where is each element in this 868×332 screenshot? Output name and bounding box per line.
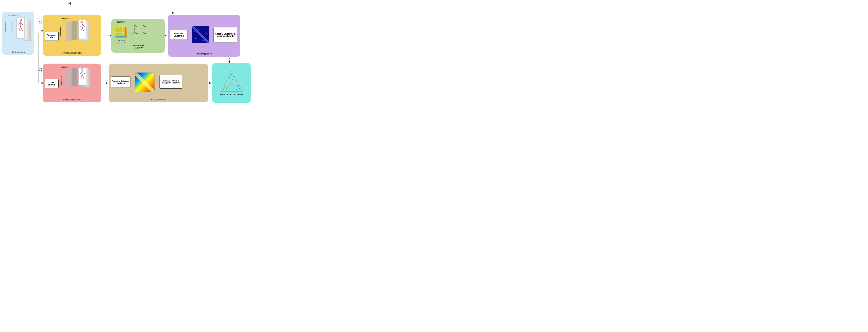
svg-point-79 xyxy=(82,70,83,70)
svg-point-45 xyxy=(82,27,83,28)
svg-point-21 xyxy=(20,21,21,21)
blue-heatmap-svg xyxy=(192,26,209,43)
label-a: (a) xyxy=(67,2,71,5)
feature-samples-arrow: → xyxy=(125,21,127,23)
svg-point-46 xyxy=(80,26,81,27)
affinity-bottom-box: Temporal Subspace Clustering xyxy=(109,64,208,102)
top-pruned-label: Pruned Skeleton data xyxy=(43,52,101,54)
cov-vars-label: c₁, ..., c_d xyxy=(114,41,128,43)
cov-matrix-svg xyxy=(114,25,128,39)
skeleton-data-label: Skeleton data xyxy=(2,51,34,54)
predicted-action-box: Predicted action classes xyxy=(212,63,251,103)
label-c: (c) xyxy=(39,67,42,71)
samples-label-skeleton: samples xyxy=(8,14,16,17)
feature-matrix-bracket: x1,1 ⋯ x1,n ⋮ ⋱ ⋮ xd,1 ⋯ xd,n xyxy=(134,25,147,34)
svg-point-64 xyxy=(195,38,196,39)
svg-point-23 xyxy=(20,26,21,27)
svg-line-32 xyxy=(10,29,12,32)
spectral-clustering-box: Spectral Clustering & Hungarian algorith… xyxy=(214,27,237,43)
matrix-x1n: x1,n xyxy=(143,25,147,28)
svg-point-85 xyxy=(83,78,84,79)
svg-rect-50 xyxy=(71,21,78,40)
svg-point-82 xyxy=(80,73,81,74)
svg-point-84 xyxy=(81,78,81,79)
svg-point-106 xyxy=(231,82,232,83)
timestamps-label-skeleton: timestamps xyxy=(4,23,6,32)
svg-point-28 xyxy=(11,23,12,24)
svg-point-97 xyxy=(226,88,227,89)
svg-line-31 xyxy=(12,25,13,27)
normalized-cuts-box: Normalized Cuts & Hungarian algorithm xyxy=(159,75,182,89)
skeleton-data-box: samples → timestamps ↑ xyxy=(2,12,34,55)
svg-point-65 xyxy=(198,29,199,30)
bottom-pruned-skeleton-svg xyxy=(64,67,97,93)
svg-point-66 xyxy=(203,40,204,41)
top-pruned-skeleton-svg xyxy=(64,20,97,48)
svg-point-49 xyxy=(83,31,84,31)
matrix-x11: x1,1 xyxy=(134,25,139,28)
bottom-pruned-label: Pruned Skeleton data xyxy=(43,98,101,101)
matrix-xdn: xd,n xyxy=(143,31,147,34)
svg-point-26 xyxy=(19,30,20,31)
svg-point-67 xyxy=(206,33,207,34)
svg-line-33 xyxy=(12,29,13,32)
purple-affinity-box: Subspace Clustering Spectral Clustering … xyxy=(168,15,240,57)
feature-matrix-label: Feature matrix X ∈ ℝd×n xyxy=(133,44,145,49)
bottom-timestamps-label: timestamps xyxy=(60,76,62,85)
warm-heatmap-container xyxy=(135,72,155,93)
samples-arrow-icon: → xyxy=(16,14,19,17)
svg-point-44 xyxy=(82,24,83,25)
skeleton-figures-svg xyxy=(7,18,33,49)
svg-point-22 xyxy=(20,22,21,23)
cov-matrix-label: Cov matrix xyxy=(114,39,128,41)
svg-point-105 xyxy=(232,85,233,86)
label-b: (b) xyxy=(39,21,42,24)
svg-point-69 xyxy=(194,31,195,32)
svg-rect-86 xyxy=(71,68,78,86)
top-samples-label: samples xyxy=(61,17,68,20)
svg-point-98 xyxy=(223,89,224,90)
svg-point-103 xyxy=(238,85,239,86)
temporal-subspace-box: Temporal Subspace Clustering xyxy=(111,77,131,87)
predicted-action-label: Predicted action classes xyxy=(220,93,243,96)
feature-box: samples → Cov matrix c₁, ..., c_d xyxy=(111,19,165,53)
blue-heatmap-container xyxy=(192,26,209,44)
svg-rect-87 xyxy=(66,69,71,87)
time-pruning-box: Time pruning xyxy=(45,79,59,88)
svg-point-47 xyxy=(84,26,85,27)
top-timestamps-arrow: ↑ xyxy=(60,26,62,27)
svg-point-43 xyxy=(82,22,83,23)
temporal-ssc-box: Temporal SSC xyxy=(45,32,59,41)
svg-point-25 xyxy=(23,25,24,25)
svg-point-81 xyxy=(82,74,83,75)
bottom-timestamps-arrow: ↑ xyxy=(60,74,62,76)
warm-heatmap-svg xyxy=(135,72,155,92)
top-timestamps-label: timestamps xyxy=(60,27,62,36)
svg-point-96 xyxy=(224,86,225,87)
svg-point-94 xyxy=(233,76,234,77)
top-samples-arrow: → xyxy=(68,17,71,20)
feature-samples-label: samples xyxy=(117,21,125,23)
svg-point-83 xyxy=(84,73,85,74)
svg-point-102 xyxy=(236,89,237,90)
subspace-clustering-box: Subspace Clustering xyxy=(170,30,188,40)
affinity-matrix-bottom-label: Affinity matrix: W xyxy=(109,98,208,101)
svg-point-68 xyxy=(201,36,202,37)
svg-point-92 xyxy=(231,74,232,75)
svg-point-101 xyxy=(239,88,240,89)
svg-point-27 xyxy=(22,30,23,31)
svg-point-48 xyxy=(81,31,81,31)
svg-point-104 xyxy=(230,84,231,85)
affinity-matrix-top-label: Affinity matrix: W xyxy=(168,53,240,55)
matrix-xd1: xd,1 xyxy=(134,31,139,34)
svg-point-80 xyxy=(82,71,83,72)
right-arrow-feature: → xyxy=(130,32,133,35)
svg-line-30 xyxy=(10,25,12,27)
timestamps-arrow-icon: ↑ xyxy=(4,21,7,22)
svg-point-99 xyxy=(227,87,228,88)
svg-rect-51 xyxy=(66,22,71,41)
svg-point-93 xyxy=(229,77,230,78)
scatter-plot-svg xyxy=(220,70,244,92)
svg-point-95 xyxy=(232,79,233,80)
bottom-pipeline-box: samples → timestamps ↑ Time pruning xyxy=(43,64,101,102)
